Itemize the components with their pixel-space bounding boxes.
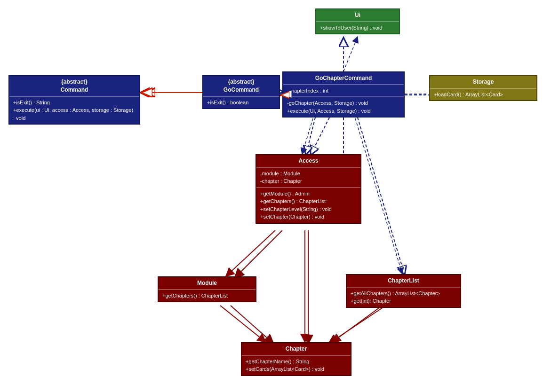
- gochaptercommand-methods: -goChapter(Access, Storage) : void +exec…: [283, 96, 404, 117]
- storage-methods: +loadCard() : ArrayList<Card>: [430, 88, 536, 101]
- svg-line-16: [343, 37, 358, 71]
- gocommand-title: {abstract}GoCommand: [203, 76, 279, 96]
- svg-line-19: [355, 118, 402, 274]
- command-title: {abstract}Command: [9, 76, 139, 96]
- gochaptercommand-attrs: -chapterIndex : int: [283, 84, 404, 97]
- command-methods: +isExit() : String +execute(ui : Ui, acc…: [9, 96, 139, 124]
- access-attrs: -module : Module -chapter : Chapter: [256, 167, 360, 187]
- ui-box: Ui +showToUser(String) : void: [315, 8, 400, 34]
- module-methods: +getChapters() : ChapterList: [159, 289, 256, 302]
- ui-title: Ui: [316, 9, 399, 21]
- svg-line-6: [311, 118, 329, 155]
- ui-methods: +showToUser(String) : void: [316, 21, 399, 34]
- command-box: {abstract}Command +isExit() : String +ex…: [8, 75, 140, 125]
- svg-line-22: [220, 306, 266, 342]
- gocommand-box: {abstract}GoCommand +isExit() : boolean: [202, 75, 280, 109]
- svg-line-18: [302, 118, 313, 154]
- chapterlist-title: ChapterList: [347, 275, 460, 287]
- module-title: Module: [159, 277, 256, 289]
- chapter-box: Chapter +getChapterName() : String +setC…: [241, 342, 351, 376]
- gochaptercommand-box: GoChapterCommand -chapterIndex : int -go…: [282, 71, 405, 118]
- access-methods: +getModule() : Admin +getChapters() : Ch…: [256, 187, 360, 223]
- chapter-title: Chapter: [242, 343, 351, 355]
- access-title: Access: [256, 155, 360, 167]
- access-box: Access -module : Module -chapter : Chapt…: [256, 154, 361, 224]
- diagram-container: Ui +showToUser(String) : void {abstract}…: [0, 0, 551, 392]
- svg-line-23: [332, 305, 383, 342]
- gochaptercommand-title: GoChapterCommand: [283, 72, 404, 84]
- chapter-methods: +getChapterName() : String +setCards(Arr…: [242, 355, 351, 375]
- chapterlist-methods: +getAllChapters() : ArrayList<Chapter> +…: [347, 287, 460, 307]
- chapterlist-box: ChapterList +getAllChapters() : ArrayLis…: [346, 274, 461, 308]
- storage-title: Storage: [430, 76, 536, 88]
- svg-line-20: [226, 230, 275, 276]
- gocommand-methods: +isExit() : boolean: [203, 96, 279, 109]
- storage-box: Storage +loadCard() : ArrayList<Card>: [429, 75, 537, 101]
- module-box: Module +getChapters() : ChapterList: [158, 276, 256, 302]
